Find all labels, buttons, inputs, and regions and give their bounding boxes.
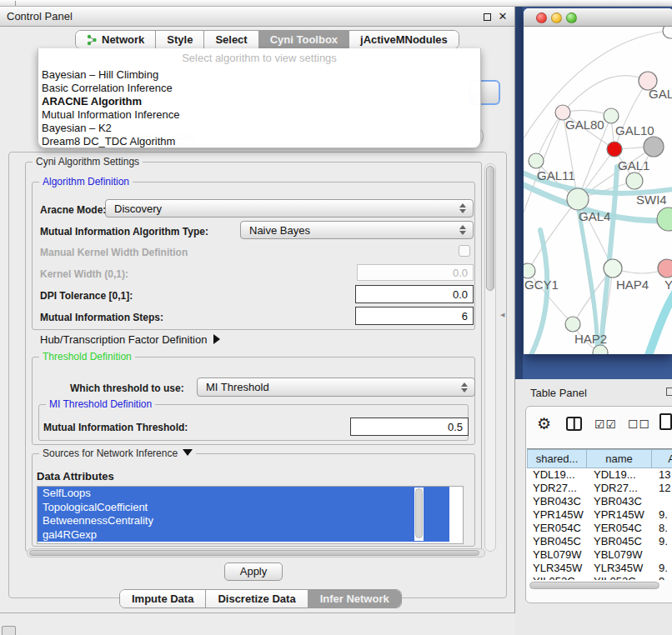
network-canvas[interactable]: GALGAL80GAL10GAL1GAL11SWI4GAL4GCY1HAP4YH… bbox=[524, 27, 672, 354]
bottom-left-panel-icon[interactable] bbox=[2, 626, 16, 635]
attribute-item[interactable]: SelfLoops bbox=[38, 487, 449, 501]
table-cell[interactable]: YPR145W bbox=[527, 508, 587, 522]
attribute-item[interactable]: TopologicalCoefficient bbox=[38, 501, 449, 515]
table-cell[interactable]: YBR043C bbox=[527, 495, 587, 508]
table-cell[interactable] bbox=[652, 548, 672, 562]
table-row[interactable]: YPR145WYPR145W9. bbox=[527, 508, 672, 522]
network-node[interactable] bbox=[593, 345, 608, 354]
table-cell[interactable]: YIL052C bbox=[527, 575, 587, 580]
network-node[interactable] bbox=[524, 263, 535, 278]
document-icon[interactable] bbox=[659, 413, 672, 430]
table-cell[interactable]: 9. bbox=[652, 562, 672, 575]
mi-algorithm-type-combobox[interactable]: Naive Bayes bbox=[240, 221, 474, 239]
table-cell[interactable]: 9. bbox=[652, 508, 672, 522]
table-horizontal-scrollbar[interactable] bbox=[529, 582, 672, 589]
settings-vertical-scrollbar-thumb[interactable] bbox=[486, 166, 494, 291]
table-cell[interactable]: YDR27... bbox=[587, 482, 652, 495]
apply-button[interactable]: Apply bbox=[224, 562, 283, 581]
attribute-item[interactable]: BetweennessCentrality bbox=[38, 514, 449, 528]
table-row[interactable]: YBR043CYBR043C bbox=[527, 495, 672, 508]
mi-steps-input[interactable] bbox=[355, 307, 474, 325]
minimize-traffic-light[interactable] bbox=[551, 12, 562, 23]
columns-icon[interactable] bbox=[566, 417, 582, 431]
tab-style[interactable]: Style bbox=[156, 31, 204, 48]
table-horizontal-scrollbar-thumb[interactable] bbox=[529, 582, 659, 589]
table-cell[interactable]: 9 bbox=[652, 575, 672, 580]
network-node[interactable] bbox=[529, 153, 544, 168]
settings-vertical-scrollbar[interactable] bbox=[484, 163, 496, 552]
table-cell[interactable]: YLR345W bbox=[527, 562, 587, 575]
sources-group-title[interactable]: Sources for Network Inference bbox=[39, 448, 196, 459]
table-cell[interactable] bbox=[652, 495, 672, 508]
table-panel-float-icon[interactable] bbox=[666, 388, 672, 396]
network-node[interactable] bbox=[626, 172, 643, 189]
network-node[interactable] bbox=[565, 317, 580, 332]
table-cell[interactable]: YER054C bbox=[587, 522, 652, 535]
network-node[interactable] bbox=[607, 142, 622, 157]
bottom-tab-discretize-data[interactable]: Discretize Data bbox=[206, 590, 308, 608]
close-icon[interactable]: ✕ bbox=[497, 11, 509, 22]
network-node[interactable] bbox=[604, 259, 622, 278]
table-cell[interactable]: YPR145W bbox=[587, 508, 652, 522]
network-node[interactable] bbox=[567, 188, 589, 210]
table-cell[interactable]: 13 bbox=[652, 468, 672, 482]
bottom-tab-infer-network[interactable]: Infer Network bbox=[308, 590, 401, 608]
table-row[interactable]: YDR27...YDR27...12 bbox=[527, 482, 672, 495]
select-all-checkboxes-icon[interactable]: ☑☑ bbox=[594, 418, 617, 431]
close-traffic-light[interactable] bbox=[536, 12, 547, 23]
attributes-scrollbar-thumb[interactable] bbox=[415, 488, 423, 538]
manual-kernel-width-checkbox[interactable] bbox=[459, 245, 470, 257]
algorithm-option[interactable]: Dream8 DC_TDC Algorithm bbox=[38, 135, 480, 148]
table-cell[interactable]: YDL19... bbox=[587, 468, 652, 482]
table-row[interactable]: YBR045CYBR045C9. bbox=[527, 535, 672, 548]
table-row[interactable]: YLR345WYLR345W9. bbox=[527, 562, 672, 575]
table-cell[interactable]: YDL19... bbox=[527, 468, 587, 482]
tab-network[interactable]: Network bbox=[76, 31, 156, 48]
dpi-tolerance-input[interactable] bbox=[355, 285, 474, 303]
algorithm-option[interactable]: Mutual Information Inference bbox=[38, 108, 480, 122]
algorithm-option[interactable]: Basic Correlation Inference bbox=[38, 82, 480, 95]
table-cell[interactable]: YDR27... bbox=[527, 482, 587, 495]
table-cell[interactable]: YBR043C bbox=[587, 495, 652, 508]
algorithm-option[interactable]: Bayesian – K2 bbox=[38, 122, 480, 135]
network-node[interactable] bbox=[604, 108, 619, 123]
table-row[interactable]: YER054CYER054C8. bbox=[527, 522, 672, 535]
settings-horizontal-scrollbar[interactable] bbox=[27, 548, 485, 558]
deselect-all-checkboxes-icon[interactable]: ☐☐ bbox=[628, 418, 650, 431]
table-cell[interactable]: YLR345W bbox=[587, 562, 652, 575]
table-cell[interactable]: 8. bbox=[652, 522, 672, 535]
zoom-traffic-light[interactable] bbox=[566, 12, 577, 23]
hub-definition-toggle[interactable]: Hub/Transcription Factor Definition bbox=[40, 333, 220, 346]
table-cell[interactable]: 9. bbox=[652, 535, 672, 548]
table-cell[interactable]: 12 bbox=[652, 482, 672, 495]
table-cell[interactable]: YBL079W bbox=[587, 548, 652, 562]
table-cell[interactable]: YBR045C bbox=[587, 535, 652, 548]
aracne-mode-combobox[interactable]: Discovery bbox=[105, 199, 474, 218]
panel-collapse-arrow[interactable]: ◀ bbox=[500, 312, 504, 318]
table-cell[interactable]: YER054C bbox=[527, 522, 587, 535]
tab-jactivemnodules[interactable]: jActiveMNodules bbox=[349, 31, 459, 48]
network-window-titlebar[interactable] bbox=[524, 8, 672, 27]
table-cell[interactable]: YIL052C bbox=[587, 575, 652, 580]
network-node[interactable] bbox=[644, 137, 664, 157]
table-column-header[interactable]: shared... bbox=[527, 449, 587, 468]
table-row[interactable]: YIL052CYIL052C9 bbox=[527, 575, 672, 580]
float-window-icon[interactable] bbox=[481, 11, 493, 22]
kernel-width-input[interactable] bbox=[357, 264, 474, 281]
table-column-header[interactable]: name bbox=[587, 449, 652, 468]
table-row[interactable]: YBL079WYBL079W bbox=[527, 548, 672, 562]
table-cell[interactable]: YBL079W bbox=[527, 548, 587, 562]
network-node[interactable] bbox=[658, 259, 672, 278]
attributes-scrollbar[interactable] bbox=[414, 488, 424, 541]
which-threshold-combobox[interactable]: MI Threshold bbox=[197, 378, 475, 397]
network-node[interactable] bbox=[663, 27, 672, 38]
algorithm-option[interactable]: ARACNE Algorithm bbox=[38, 95, 480, 108]
settings-horizontal-scrollbar-thumb[interactable] bbox=[29, 550, 479, 556]
table-row[interactable]: YDL19...YDL19...13 bbox=[527, 468, 672, 482]
gear-icon[interactable]: ⚙ bbox=[537, 414, 551, 432]
table-cell[interactable]: YBR045C bbox=[527, 535, 587, 548]
network-node[interactable] bbox=[657, 208, 672, 231]
tab-cyni-toolbox[interactable]: Cyni Toolbox bbox=[259, 31, 349, 48]
table-column-header[interactable]: A bbox=[652, 449, 672, 468]
tab-select[interactable]: Select bbox=[204, 31, 258, 48]
